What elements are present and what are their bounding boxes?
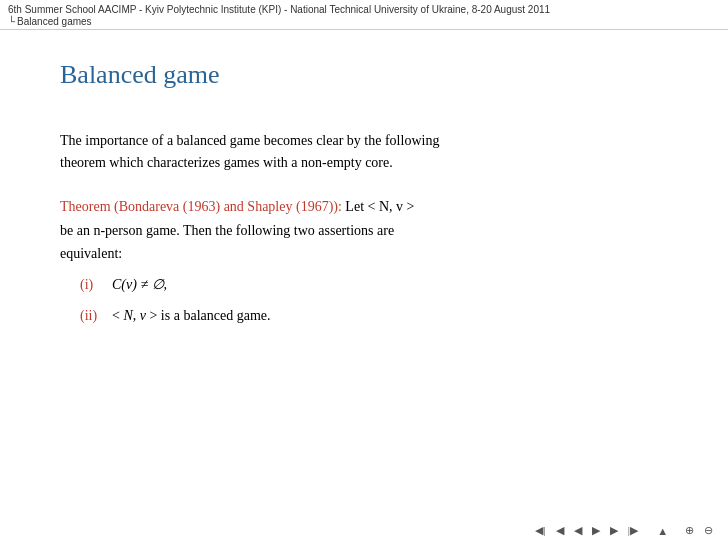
assertion-item-2: (ii) < N, v > is a balanced game. xyxy=(80,305,668,327)
assertion-content-2: < N, v > is a balanced game. xyxy=(112,305,270,327)
bottom-nav: ◀| ◀ ◀ ▶ ▶ |▶ ▲ ⊕ ⊖ xyxy=(532,523,716,538)
theorem-block: Theorem (Bondareva (1963) and Shapley (1… xyxy=(60,195,668,327)
theorem-text: Theorem (Bondareva (1963) and Shapley (1… xyxy=(60,195,668,266)
intro-line2: theorem which characterizes games with a… xyxy=(60,155,393,170)
intro-line1: The importance of a balanced game become… xyxy=(60,133,439,148)
breadcrumb-arrow: └ xyxy=(8,16,15,27)
nav-last-icon[interactable]: |▶ xyxy=(625,523,641,538)
nav-frame-prev-icon[interactable]: ◀ xyxy=(571,523,585,538)
breadcrumb: └ Balanced games xyxy=(8,16,720,27)
nav-frame-next-icon[interactable]: ▶ xyxy=(589,523,603,538)
header-title: 6th Summer School AACIMP - Kyiv Polytech… xyxy=(8,4,720,15)
nav-zoom-out-icon[interactable]: ⊖ xyxy=(701,523,716,538)
theorem-body-line2: be an n-person game. Then the following … xyxy=(60,223,394,238)
nav-first-icon[interactable]: ◀| xyxy=(532,523,548,538)
assertion-item-1: (i) C(v) ≠ ∅, xyxy=(80,274,668,296)
theorem-label: Theorem (Bondareva (1963) and Shapley (1… xyxy=(60,199,342,214)
nav-sep1 xyxy=(645,525,651,537)
nav-next-icon[interactable]: ▶ xyxy=(607,523,621,538)
assertion-content-1: C(v) ≠ ∅, xyxy=(112,274,167,296)
page-title: Balanced game xyxy=(60,60,668,90)
theorem-body-line3: equivalent: xyxy=(60,246,122,261)
nav-prev-icon[interactable]: ◀ xyxy=(553,523,567,538)
assertion-label-2: (ii) xyxy=(80,305,112,327)
intro-paragraph: The importance of a balanced game become… xyxy=(60,130,668,175)
top-bar: 6th Summer School AACIMP - Kyiv Polytech… xyxy=(0,0,728,30)
theorem-body-line1: Let < N, v > xyxy=(342,199,415,214)
nav-up-icon[interactable]: ▲ xyxy=(654,524,671,538)
assertions-list: (i) C(v) ≠ ∅, (ii) < N, v > is a balance… xyxy=(80,274,668,327)
assertion-label-1: (i) xyxy=(80,274,112,296)
nav-zoom-in-icon[interactable]: ⊕ xyxy=(682,523,697,538)
breadcrumb-text: Balanced games xyxy=(17,16,92,27)
main-content: Balanced game The importance of a balanc… xyxy=(0,30,728,363)
nav-sep2 xyxy=(675,525,678,537)
